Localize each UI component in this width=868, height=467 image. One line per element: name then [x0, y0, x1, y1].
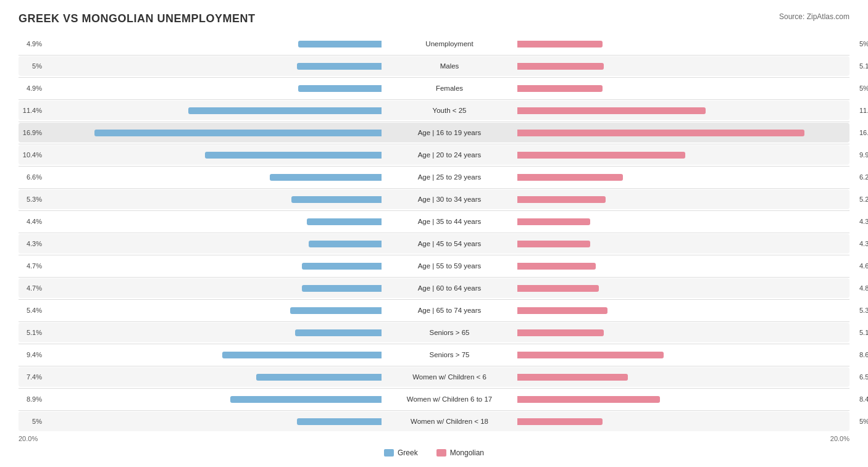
- right-side: 5.1%: [517, 62, 868, 70]
- left-value: 7.4%: [19, 373, 42, 381]
- right-value: 5%: [857, 418, 868, 425]
- left-value: 4.7%: [19, 284, 42, 292]
- left-side: 5%: [19, 62, 382, 70]
- right-side: 6.5%: [517, 373, 868, 381]
- legend-mongolian: Mongolian: [436, 448, 484, 457]
- left-bar: [298, 41, 382, 48]
- right-side: 8.6%: [517, 351, 868, 358]
- left-value: 5.4%: [19, 307, 42, 314]
- right-side: 5.3%: [517, 307, 868, 314]
- right-value: 5.2%: [857, 196, 868, 203]
- chart-row: 4.3%Age | 45 to 54 years4.3%: [19, 234, 849, 254]
- right-bar-container: [517, 41, 857, 48]
- right-side: 4.3%: [517, 218, 868, 225]
- chart-container: GREEK VS MONGOLIAN UNEMPLOYMENT Source: …: [0, 0, 868, 467]
- chart-row: 6.6%Age | 25 to 29 years6.2%: [19, 167, 849, 187]
- chart-row: 5.4%Age | 65 to 74 years5.3%: [19, 300, 849, 320]
- left-value: 10.4%: [19, 151, 42, 159]
- left-bar: [256, 374, 382, 381]
- right-bar: [517, 418, 603, 425]
- right-side: 9.9%: [517, 151, 868, 159]
- chart-row: 5%Women w/ Children < 185%: [19, 411, 849, 431]
- right-bar: [517, 285, 599, 292]
- right-value: 4.8%: [857, 284, 868, 292]
- row-divider: [19, 122, 849, 122]
- left-bar-container: [42, 130, 382, 136]
- right-value: 5.3%: [857, 307, 868, 314]
- left-side: 7.4%: [19, 373, 382, 381]
- right-bar: [517, 152, 685, 159]
- left-bar: [309, 241, 382, 247]
- left-bar-container: [42, 329, 382, 336]
- right-bar-container: [517, 63, 857, 70]
- right-value: 6.5%: [857, 373, 868, 381]
- center-label: Females: [382, 85, 517, 92]
- left-bar: [222, 352, 382, 358]
- greek-label: Greek: [398, 448, 418, 457]
- left-bar-container: [42, 285, 382, 292]
- row-divider: [19, 188, 849, 189]
- left-value: 4.4%: [19, 218, 42, 225]
- left-bar-container: [42, 174, 382, 181]
- right-side: 16.9%: [517, 129, 868, 136]
- center-label: Age | 35 to 44 years: [382, 218, 517, 225]
- left-value: 11.4%: [19, 107, 42, 114]
- greek-color-swatch: [384, 449, 394, 457]
- left-side: 5.3%: [19, 196, 382, 203]
- chart-row: 4.4%Age | 35 to 44 years4.3%: [19, 212, 849, 231]
- chart-row: 11.4%Youth < 2511.1%: [19, 101, 849, 120]
- right-bar: [517, 374, 628, 381]
- center-label: Women w/ Children < 6: [382, 373, 517, 381]
- row-divider: [19, 321, 849, 322]
- left-value: 9.4%: [19, 351, 42, 358]
- left-bar-container: [42, 218, 382, 225]
- left-bar: [298, 85, 382, 92]
- center-label: Males: [382, 62, 517, 70]
- chart-row: 4.7%Age | 55 to 59 years4.6%: [19, 256, 849, 276]
- row-divider: [19, 233, 849, 233]
- row-divider: [19, 77, 849, 78]
- right-bar: [517, 218, 590, 225]
- right-bar: [517, 41, 603, 48]
- right-bar-container: [517, 196, 857, 203]
- left-bar-container: [42, 241, 382, 247]
- right-value: 8.6%: [857, 351, 868, 358]
- chart-row: 10.4%Age | 20 to 24 years9.9%: [19, 145, 849, 165]
- row-divider: [19, 166, 849, 167]
- right-bar-container: [517, 329, 857, 336]
- left-bar-container: [42, 418, 382, 425]
- left-bar: [297, 418, 382, 425]
- left-bar-container: [42, 196, 382, 203]
- left-value: 5%: [19, 62, 42, 70]
- right-value: 8.4%: [857, 395, 868, 403]
- right-bar: [517, 352, 664, 358]
- left-side: 4.9%: [19, 40, 382, 48]
- right-side: 8.4%: [517, 395, 868, 403]
- left-value: 4.3%: [19, 240, 42, 247]
- row-divider: [19, 99, 849, 100]
- center-label: Age | 60 to 64 years: [382, 284, 517, 292]
- left-bar-container: [42, 374, 382, 381]
- left-bar-container: [42, 107, 382, 114]
- right-bar-container: [517, 130, 857, 136]
- left-bar-container: [42, 152, 382, 159]
- right-value: 9.9%: [857, 151, 868, 159]
- left-bar-container: [42, 263, 382, 270]
- right-bar-container: [517, 85, 857, 92]
- right-bar-container: [517, 396, 857, 403]
- center-label: Seniors > 65: [382, 329, 517, 336]
- left-bar-container: [42, 352, 382, 358]
- center-label: Women w/ Children < 18: [382, 418, 517, 425]
- left-value: 4.7%: [19, 262, 42, 270]
- left-bar: [302, 285, 382, 292]
- right-side: 5%: [517, 418, 868, 425]
- row-divider: [19, 388, 849, 389]
- chart-row: 5.3%Age | 30 to 34 years5.2%: [19, 189, 849, 209]
- chart-row: 4.7%Age | 60 to 64 years4.8%: [19, 278, 849, 298]
- right-side: 5.1%: [517, 329, 868, 336]
- row-divider: [19, 410, 849, 411]
- chart-row: 8.9%Women w/ Children 6 to 178.4%: [19, 389, 849, 409]
- right-bar-container: [517, 374, 857, 381]
- left-side: 16.9%: [19, 129, 382, 136]
- left-bar: [302, 263, 382, 270]
